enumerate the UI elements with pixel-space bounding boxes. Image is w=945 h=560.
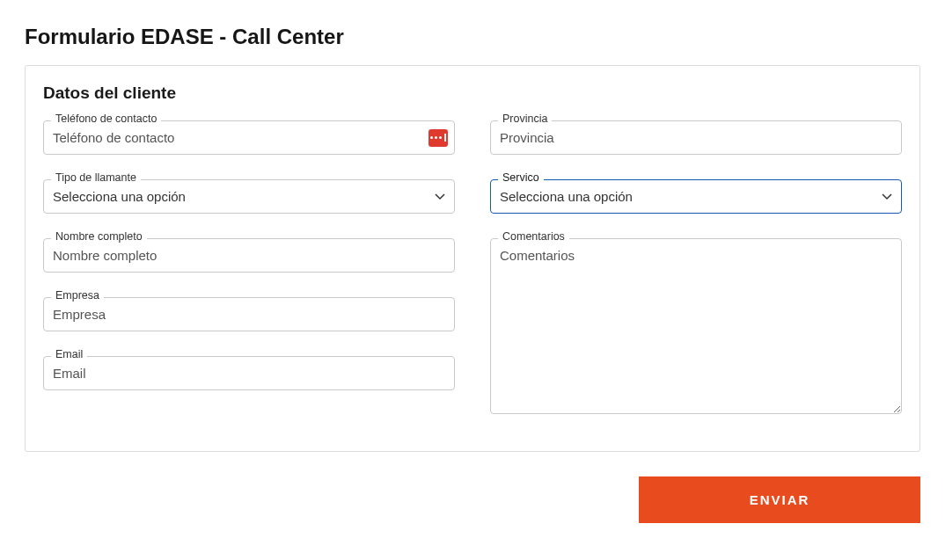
comentarios-textarea[interactable] [490, 238, 902, 414]
password-manager-dots [430, 134, 446, 142]
button-row: ENVIAR [25, 476, 920, 523]
form-grid: Teléfono de contacto Tipo de llamante Se… [43, 120, 902, 430]
label-comentarios: Comentarios [498, 230, 569, 243]
field-comentarios: Comentarios [490, 238, 902, 418]
telefono-input[interactable] [43, 120, 455, 155]
field-nombre: Nombre completo [43, 238, 455, 273]
section-title: Datos del cliente [43, 84, 902, 103]
label-email: Email [51, 348, 87, 360]
label-servico: Servico [498, 171, 544, 184]
submit-button[interactable]: ENVIAR [639, 476, 920, 523]
form-col-right: Provincia Servico Selecciona una opción … [490, 120, 902, 430]
field-email: Email [43, 356, 455, 390]
password-manager-icon[interactable] [429, 129, 448, 147]
field-telefono: Teléfono de contacto [43, 120, 455, 155]
label-provincia: Provincia [498, 113, 552, 125]
field-provincia: Provincia [490, 120, 902, 155]
form-card: Datos del cliente Teléfono de contacto T… [25, 65, 920, 452]
provincia-input[interactable] [490, 120, 902, 155]
tipo-llamante-select[interactable]: Selecciona una opción [43, 179, 455, 214]
field-servico: Servico Selecciona una opción [490, 179, 902, 214]
email-input[interactable] [43, 356, 455, 390]
nombre-input[interactable] [43, 238, 455, 273]
label-empresa: Empresa [51, 289, 104, 302]
field-tipo-llamante: Tipo de llamante Selecciona una opción [43, 179, 455, 214]
form-col-left: Teléfono de contacto Tipo de llamante Se… [43, 120, 455, 430]
label-nombre: Nombre completo [51, 230, 147, 243]
label-telefono: Teléfono de contacto [51, 113, 161, 125]
field-empresa: Empresa [43, 297, 455, 331]
empresa-input[interactable] [43, 297, 455, 331]
servico-select[interactable]: Selecciona una opción [490, 179, 902, 214]
label-tipo-llamante: Tipo de llamante [51, 171, 141, 184]
page-title: Formulario EDASE - Call Center [25, 25, 920, 49]
